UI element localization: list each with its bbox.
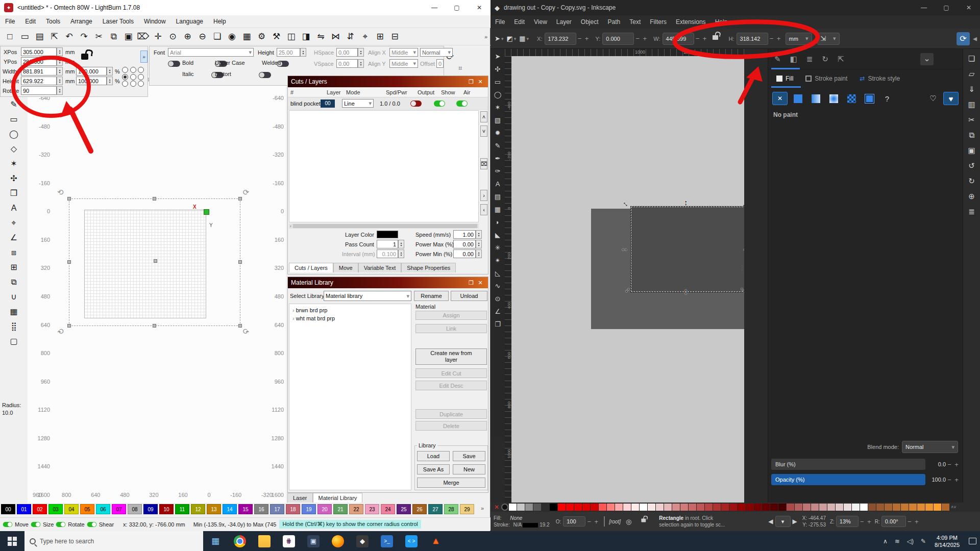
opacity-slider[interactable]: Opacity (%) [771, 474, 925, 485]
width-spinner[interactable] [57, 67, 63, 76]
fill-rule-nonzero-button[interactable]: ♥ [943, 92, 959, 105]
rotation-field[interactable]: 0.00° [881, 516, 906, 527]
color-swatch[interactable] [664, 504, 672, 511]
delete-layer-icon[interactable]: ⌧ [480, 158, 487, 169]
text-tool-icon[interactable]: A [492, 179, 504, 190]
increment-icon[interactable]: + [583, 35, 591, 42]
bold-toggle[interactable] [168, 61, 180, 67]
clock[interactable]: 4:09 PM 8/14/2025 [935, 534, 960, 548]
decrement-icon[interactable]: − [585, 518, 593, 525]
dock-icon[interactable]: ⊟ [388, 30, 402, 43]
color-swatch[interactable] [925, 504, 933, 511]
menu-item[interactable]: Path [603, 18, 625, 26]
box3d-tool-icon[interactable]: ▧ [492, 115, 504, 126]
paste-icon[interactable]: ▣ [121, 30, 135, 43]
color-swatch[interactable] [795, 504, 802, 511]
h-field[interactable]: 318.142 [737, 33, 768, 45]
material-list[interactable]: › brwn brd prp› wht mat brd prp [289, 304, 411, 490]
color-swatch[interactable] [868, 504, 876, 511]
preview-icon[interactable]: ▦ [240, 30, 254, 43]
halftone-icon[interactable]: ⣿ [6, 320, 21, 333]
color-swatch[interactable] [574, 504, 582, 511]
menu-item[interactable]: Text [625, 18, 645, 26]
cuts-layers-titlebar[interactable]: Cuts / Layers ❐ ✕ [288, 76, 488, 87]
status-toggle[interactable]: Shear [86, 521, 114, 528]
layer-list-empty[interactable] [289, 110, 479, 222]
toolbar-overflow-button[interactable]: » [483, 30, 489, 44]
float-panel-icon[interactable]: ❐ [467, 280, 476, 286]
camera-icon[interactable]: ◉ [225, 30, 239, 43]
w-field[interactable]: 445.399 [663, 33, 694, 45]
color-swatch[interactable] [533, 504, 541, 511]
move-right-icon[interactable]: › [480, 190, 487, 201]
cut-icon[interactable]: ✂ [968, 115, 975, 124]
redo-icon[interactable]: ↻ [968, 177, 975, 186]
color-swatch[interactable] [697, 504, 704, 511]
draw-lines-tool-icon[interactable]: ✎ [6, 98, 21, 111]
start-button[interactable] [0, 531, 24, 551]
color-swatch[interactable] [558, 504, 566, 511]
layer-color-swatch[interactable] [377, 231, 398, 238]
tab-stroke-paint[interactable]: Stroke paint [800, 72, 852, 85]
polygon-tool-icon[interactable]: ◇ [6, 142, 21, 155]
radial-gradient-button[interactable] [826, 92, 841, 105]
scroll-down-icon[interactable]: ˅ [480, 126, 487, 137]
frame-mode-icon[interactable]: ⌗ [458, 64, 462, 72]
fill-stroke-dialog-icon[interactable]: ✎ [774, 55, 781, 64]
delete-button[interactable]: Delete [415, 421, 487, 431]
machine-tools-icon[interactable]: ⚒ [270, 30, 283, 43]
color-swatch[interactable] [542, 504, 549, 511]
pattern-button[interactable] [844, 92, 859, 105]
scroll-up-icon[interactable]: ˄ [480, 111, 487, 122]
palette-chip[interactable]: 14 [223, 504, 237, 514]
layers-dialog-icon[interactable]: ◧ [790, 55, 797, 64]
palette-chip[interactable]: 19 [302, 504, 316, 514]
maximize-button[interactable]: ▢ [935, 0, 958, 15]
col-header[interactable]: Air [463, 89, 479, 95]
unit-select[interactable]: mm▾ [786, 33, 812, 45]
node-tool-icon[interactable]: ✣ [492, 64, 504, 75]
height-percent-spinner[interactable] [107, 77, 113, 85]
palette-chip[interactable]: 09 [143, 504, 158, 514]
dropper-tool-icon[interactable]: ◗ [492, 217, 504, 228]
library-select[interactable]: Material library▾ [324, 291, 411, 301]
rotate-handle-icon[interactable]: ⟲ [57, 327, 64, 336]
menu-item[interactable]: File [0, 18, 20, 25]
rotate-handle-icon[interactable]: ⟲ [243, 188, 250, 197]
palette-chip[interactable]: 04 [64, 504, 79, 514]
menu-item[interactable]: Edit [20, 18, 41, 25]
tab-shape-properties[interactable]: Shape Properties [401, 263, 456, 272]
decrement-icon[interactable]: − [946, 476, 953, 484]
xpos-spinner[interactable] [57, 47, 63, 56]
color-swatch[interactable] [754, 504, 762, 511]
lock-ratio-icon[interactable] [713, 35, 720, 43]
color-swatch[interactable] [770, 504, 778, 511]
font-family-select[interactable]: Arial▾ [168, 48, 254, 57]
edit-cut-button[interactable]: Edit Cut [415, 368, 487, 378]
layer-mode-select[interactable]: Line▾ [342, 99, 374, 108]
unload-button[interactable]: Unload [451, 291, 487, 301]
power-max-spinner[interactable] [476, 240, 482, 248]
offset-shapes-icon[interactable]: ⧈ [6, 246, 21, 259]
decrement-icon[interactable]: − [906, 518, 913, 525]
color-swatch[interactable] [615, 504, 623, 511]
inkscape-canvas[interactable]: ↔ ↕ ↔ ↔ ↔ ↔ ↕ ↔ ⋮ [511, 56, 744, 503]
mesh-tool-icon[interactable]: ▦ [492, 204, 504, 215]
blur-value[interactable]: 0.0 [925, 461, 946, 467]
collapse-panel-button[interactable]: » [140, 51, 148, 63]
assign-button[interactable]: Assign [415, 311, 487, 320]
transform-dialog-icon[interactable]: ↻ [822, 55, 828, 64]
chrome-icon[interactable] [230, 534, 250, 549]
selection-handle[interactable] [153, 197, 156, 201]
col-header[interactable]: # [288, 89, 327, 95]
increment-icon[interactable]: + [953, 476, 960, 484]
no-paint-button[interactable]: ✕ [772, 92, 788, 105]
palette-chip[interactable]: 08 [128, 504, 142, 514]
float-panel-icon[interactable]: ❐ [467, 79, 476, 85]
z-order-select[interactable]: ▾ [775, 516, 791, 527]
close-button[interactable]: ✕ [958, 0, 980, 15]
power-max-field[interactable]: 0.00 [453, 240, 476, 248]
app-icon[interactable]: ▣ [303, 534, 324, 549]
palette-chip[interactable]: 24 [381, 504, 395, 514]
color-swatch[interactable] [746, 504, 753, 511]
